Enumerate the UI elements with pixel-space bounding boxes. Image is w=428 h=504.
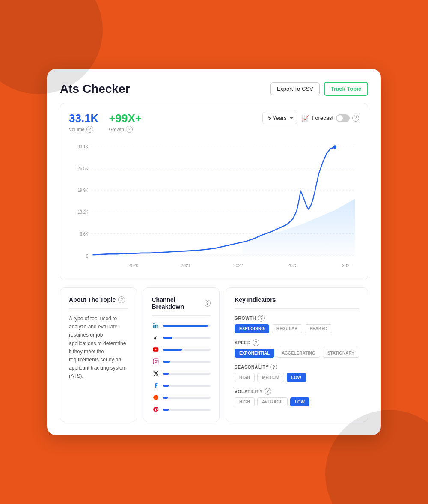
growth-metric: +99X+ Growth ? — [109, 112, 142, 133]
about-text: A type of tool used to analyze and evalu… — [69, 315, 128, 381]
svg-text:2023: 2023 — [288, 262, 297, 268]
track-topic-button[interactable]: Track Topic — [324, 82, 368, 96]
indicator-section: VOLATILITY?HIGHAVERAGELOW — [235, 388, 359, 406]
chart-controls-row: 33.1K Volume ? +99X+ Growth ? 5 Years — [69, 112, 359, 133]
svg-text:2021: 2021 — [181, 262, 191, 268]
channel-item — [152, 346, 211, 353]
channel-item — [152, 334, 211, 341]
indicator-pill[interactable]: ACCELERATING — [277, 349, 320, 358]
channel-bar-fill — [163, 397, 168, 399]
channel-icon-tiktok — [152, 334, 160, 341]
indicator-pill[interactable]: AVERAGE — [257, 397, 288, 406]
forecast-help-icon[interactable]: ? — [352, 115, 359, 122]
svg-text:26.5K: 26.5K — [78, 166, 89, 171]
channel-bar-bg — [163, 397, 211, 399]
indicator-section: SPEED?EXPONENTIALACCELERATINGSTATIONARY — [235, 339, 359, 358]
channel-bar-fill — [163, 361, 170, 363]
channel-bar-fill — [163, 325, 208, 327]
indicator-section: SEASONALITY?HIGHMEDIUMLOW — [235, 364, 359, 382]
svg-rect-21 — [153, 359, 158, 364]
about-title: About The Topic ? — [69, 296, 128, 309]
svg-text:2024: 2024 — [342, 262, 352, 268]
channel-bar-fill — [163, 349, 182, 351]
volume-metric: 33.1K Volume ? — [69, 112, 98, 133]
channel-item — [152, 322, 211, 329]
chart-svg: 33.1K 26.5K 19.9K 13.2K 6.6K 0 2020 2021… — [69, 137, 359, 274]
channel-breakdown-title: Channel Breakdown ? — [152, 296, 211, 316]
svg-rect-18 — [153, 325, 154, 328]
growth-label: Growth ? — [109, 126, 142, 133]
toggle-knob — [337, 115, 343, 121]
svg-text:33.1K: 33.1K — [78, 144, 89, 149]
indicator-pill[interactable]: EXPLODING — [235, 324, 269, 333]
volume-value: 33.1K — [69, 112, 98, 125]
indicator-pills: HIGHAVERAGELOW — [235, 397, 359, 406]
indicator-pill[interactable]: REGULAR — [272, 324, 302, 333]
channel-bar-bg — [163, 373, 211, 375]
indicator-section: GROWTH?EXPLODINGREGULARPEAKED — [235, 315, 359, 333]
channel-bar-bg — [163, 337, 211, 339]
channel-bar-bg — [163, 325, 211, 327]
indicator-pills: HIGHMEDIUMLOW — [235, 373, 359, 382]
indicator-label: GROWTH? — [235, 315, 359, 322]
volume-help-icon[interactable]: ? — [86, 126, 93, 133]
channel-item — [152, 406, 211, 413]
channel-bar-fill — [163, 409, 169, 411]
svg-point-23 — [157, 360, 157, 361]
time-range-select[interactable]: 5 Years 1 Year 2 Years — [262, 112, 297, 124]
indicator-pill[interactable]: STATIONARY — [323, 349, 359, 358]
channel-bar-bg — [163, 349, 211, 351]
channel-breakdown-card: Channel Breakdown ? — [143, 287, 220, 422]
main-card: Ats Checker Export To CSV Track Topic 33… — [47, 69, 381, 435]
indicator-help-icon[interactable]: ? — [258, 315, 265, 322]
indicator-label: SPEED? — [235, 339, 359, 346]
channel-icon-facebook — [152, 382, 160, 389]
channel-bar-fill — [163, 385, 169, 387]
indicator-pill[interactable]: HIGH — [235, 397, 255, 406]
indicator-pill[interactable]: LOW — [287, 373, 306, 382]
indicator-pills: EXPLODINGREGULARPEAKED — [235, 324, 359, 333]
about-card: About The Topic ? A type of tool used to… — [60, 287, 137, 422]
channel-bar-fill — [163, 373, 169, 375]
indicator-pill[interactable]: EXPONENTIAL — [235, 349, 274, 358]
svg-point-17 — [333, 145, 337, 149]
channel-bar-fill — [163, 337, 172, 339]
about-help-icon[interactable]: ? — [118, 296, 125, 303]
bottom-grid: About The Topic ? A type of tool used to… — [60, 287, 368, 422]
svg-text:2020: 2020 — [128, 262, 138, 268]
indicator-pill[interactable]: HIGH — [235, 373, 255, 382]
forecast-icon: 📈 — [302, 115, 309, 122]
indicator-help-icon[interactable]: ? — [270, 364, 277, 370]
channel-help-icon[interactable]: ? — [205, 300, 211, 307]
channel-item — [152, 370, 211, 377]
channel-item — [152, 394, 211, 401]
channel-list — [152, 322, 211, 413]
forecast-control: 📈 Forecast ? — [302, 114, 359, 122]
growth-value: +99X+ — [109, 112, 142, 125]
svg-point-22 — [155, 361, 157, 363]
indicator-help-icon[interactable]: ? — [253, 339, 259, 346]
channel-icon-x — [152, 370, 160, 377]
indicator-help-icon[interactable]: ? — [265, 388, 271, 395]
channel-icon-youtube — [152, 346, 160, 353]
indicator-pill[interactable]: PEAKED — [305, 324, 332, 333]
page-header: Ats Checker Export To CSV Track Topic — [60, 82, 368, 96]
chart-metrics: 33.1K Volume ? +99X+ Growth ? — [69, 112, 142, 133]
forecast-label: Forecast — [312, 115, 333, 121]
indicator-pills: EXPONENTIALACCELERATINGSTATIONARY — [235, 349, 359, 358]
export-csv-button[interactable]: Export To CSV — [270, 82, 320, 95]
page-title: Ats Checker — [60, 82, 130, 96]
growth-help-icon[interactable]: ? — [126, 126, 133, 133]
key-indicators-title: Key Indicators — [235, 296, 359, 309]
indicator-pill[interactable]: MEDIUM — [257, 373, 284, 382]
svg-point-24 — [153, 395, 158, 400]
indicator-pill[interactable]: LOW — [290, 397, 309, 406]
channel-item — [152, 382, 211, 389]
header-actions: Export To CSV Track Topic — [270, 82, 368, 96]
chart-time-controls: 5 Years 1 Year 2 Years 📈 Forecast ? — [262, 112, 359, 124]
channel-bar-bg — [163, 361, 211, 363]
forecast-toggle[interactable] — [336, 114, 350, 122]
key-indicators-card: Key Indicators GROWTH?EXPLODINGREGULARPE… — [226, 287, 368, 422]
channel-icon-pinterest — [152, 406, 160, 413]
chart-area: 33.1K 26.5K 19.9K 13.2K 6.6K 0 2020 2021… — [69, 137, 359, 276]
